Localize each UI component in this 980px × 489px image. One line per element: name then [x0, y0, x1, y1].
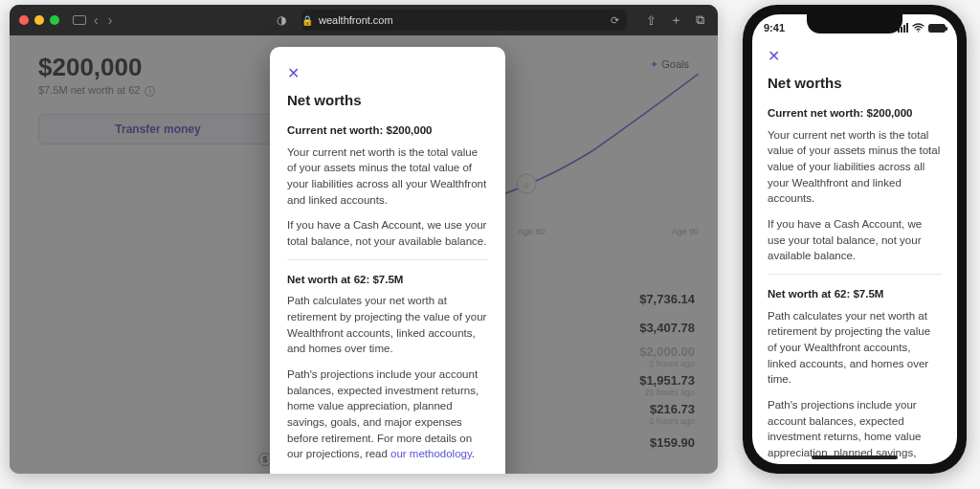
close-icon[interactable]: ✕ [287, 62, 488, 84]
divider [768, 274, 942, 275]
browser-toolbar: ‹ › ◑ 🔒 wealthfront.com ⟳ ⇧ ＋ ⧉ [10, 5, 718, 35]
divider [287, 259, 488, 260]
modal-paragraph: If you have a Cash Account, we use your … [287, 217, 488, 249]
phone-frame: 9:41 ✕ Net worths Current net worth: $20… [743, 5, 967, 474]
current-net-worth-heading: Current net worth: $200,000 [287, 122, 488, 139]
window-close-dot[interactable] [19, 15, 29, 25]
net-worths-modal: ✕ Net worths Current net worth: $200,000… [270, 47, 505, 474]
desktop-browser-window: ‹ › ◑ 🔒 wealthfront.com ⟳ ⇧ ＋ ⧉ ✦Goals $… [10, 5, 718, 474]
new-tab-icon[interactable]: ＋ [666, 11, 686, 29]
modal-paragraph: Path calculates your net worth at retire… [287, 293, 488, 357]
modal-paragraph: If you have a Cash Account, we use your … [768, 216, 942, 264]
status-time: 9:41 [764, 22, 785, 33]
privacy-shield-icon[interactable]: ◑ [277, 13, 286, 27]
phone-notch [807, 14, 902, 33]
modal-paragraph: Path's projections include your account … [287, 367, 488, 462]
wifi-icon [912, 23, 924, 33]
reload-icon[interactable]: ⟳ [611, 14, 619, 27]
window-minimize-dot[interactable] [34, 15, 44, 25]
url-text: wealthfront.com [319, 14, 393, 26]
battery-icon [928, 24, 946, 33]
home-indicator[interactable] [812, 456, 898, 459]
net-worth-62-heading: Net worth at 62: $7.5M [768, 286, 942, 302]
tabs-icon[interactable]: ⧉ [692, 12, 708, 28]
url-bar[interactable]: 🔒 wealthfront.com ⟳ [301, 10, 627, 31]
modal-paragraph: Path's projections include your account … [768, 397, 942, 464]
nav-back-icon[interactable]: ‹ [92, 12, 100, 28]
close-icon[interactable]: ✕ [768, 45, 942, 67]
modal-title: Net worths [768, 73, 942, 94]
current-net-worth-heading: Current net worth: $200,000 [768, 105, 942, 122]
phone-screen: 9:41 ✕ Net worths Current net worth: $20… [752, 14, 957, 464]
net-worth-62-heading: Net worth at 62: $7.5M [287, 272, 488, 288]
modal-paragraph: Your current net worth is the total valu… [768, 127, 942, 207]
modal-title: Net worths [287, 90, 488, 111]
lock-icon: 🔒 [301, 15, 313, 26]
phone-modal-content: ✕ Net worths Current net worth: $200,000… [764, 41, 946, 464]
nav-forward-icon[interactable]: › [106, 12, 115, 28]
share-icon[interactable]: ⇧ [642, 13, 660, 28]
window-zoom-dot[interactable] [50, 15, 59, 25]
modal-paragraph: Your current net worth is the total valu… [287, 144, 488, 209]
modal-paragraph: Path calculates your net worth at retire… [768, 308, 942, 388]
methodology-link[interactable]: our methodology [390, 448, 472, 459]
sidebar-toggle-icon[interactable] [73, 15, 86, 25]
